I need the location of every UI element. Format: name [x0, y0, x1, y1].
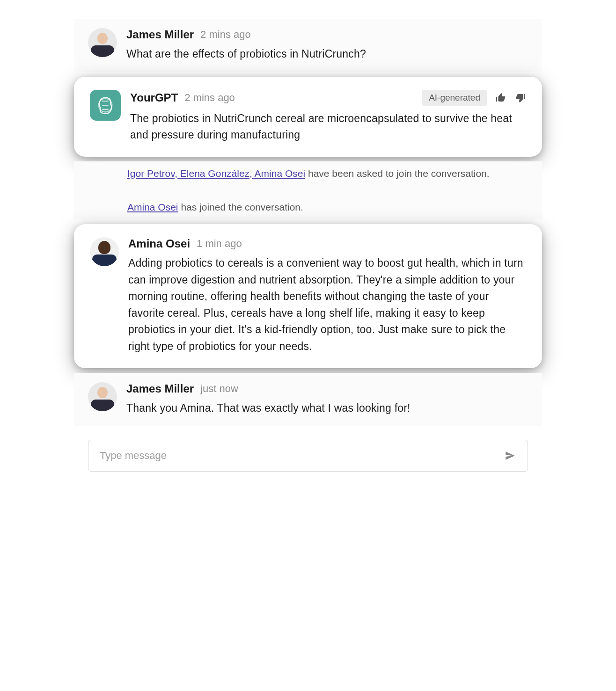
message-content: James Miller just now Thank you Amina. T…	[126, 382, 528, 417]
message-text: Thank you Amina. That was exactly what I…	[126, 400, 528, 417]
message-item: James Miller just now Thank you Amina. T…	[74, 373, 542, 426]
author-name: Amina Osei	[128, 237, 190, 250]
timestamp: 2 mins ago	[200, 29, 251, 41]
message-text: Adding probiotics to cereals is a conven…	[128, 255, 526, 355]
thumbs-down-icon[interactable]	[515, 92, 526, 103]
author-name: James Miller	[126, 28, 194, 41]
avatar	[88, 28, 117, 57]
avatar-ai	[90, 90, 121, 121]
send-icon[interactable]	[504, 450, 516, 462]
invited-users-link[interactable]: Igor Petrov, Elena González, Amina Osei	[127, 168, 305, 179]
ai-badge: AI-generated	[422, 90, 487, 106]
message-input-container[interactable]	[88, 440, 528, 472]
gpt-logo-icon	[95, 95, 116, 116]
system-message-join: Amina Osei has joined the conversation.	[74, 195, 542, 219]
author-name: James Miller	[126, 382, 194, 395]
chat-container: James Miller 2 mins ago What are the eff…	[74, 19, 542, 472]
message-item: Amina Osei 1 min ago Adding probiotics t…	[74, 224, 542, 368]
timestamp: 1 min ago	[197, 238, 242, 250]
message-text: What are the effects of probiotics in Nu…	[126, 46, 528, 63]
avatar	[88, 382, 117, 411]
message-input[interactable]	[100, 450, 504, 462]
message-content: James Miller 2 mins ago What are the eff…	[126, 28, 528, 63]
avatar	[90, 237, 119, 266]
input-area	[74, 440, 542, 472]
author-name: YourGPT	[130, 91, 178, 104]
message-item-ai: YourGPT 2 mins ago AI-generated The prob…	[74, 77, 542, 157]
system-message-invite: Igor Petrov, Elena González, Amina Osei …	[74, 161, 542, 186]
message-text: The probiotics in NutriCrunch cereal are…	[130, 110, 526, 144]
message-content: YourGPT 2 mins ago AI-generated The prob…	[130, 90, 526, 144]
thumbs-up-icon[interactable]	[495, 92, 506, 103]
joined-user-link[interactable]: Amina Osei	[127, 202, 178, 212]
timestamp: 2 mins ago	[184, 92, 235, 104]
timestamp: just now	[200, 383, 238, 395]
join-suffix: has joined the conversation.	[178, 202, 303, 212]
invite-suffix: have been asked to join the conversation…	[305, 168, 489, 179]
message-content: Amina Osei 1 min ago Adding probiotics t…	[128, 237, 526, 355]
message-item: James Miller 2 mins ago What are the eff…	[74, 19, 542, 72]
